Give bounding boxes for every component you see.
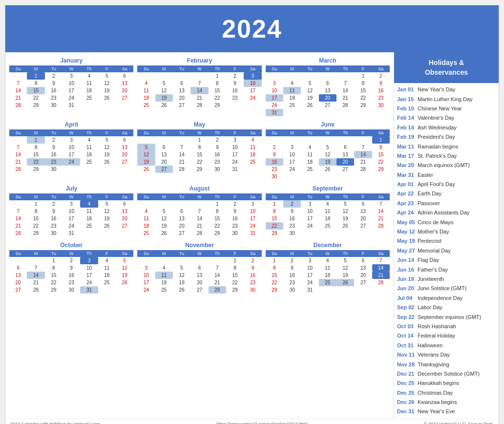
- calendar-day: 3: [226, 136, 244, 144]
- calendar-day: [336, 230, 354, 237]
- calendar-day: 17: [283, 158, 301, 166]
- calendar-day: [336, 286, 354, 294]
- calendar-day: 20: [116, 215, 133, 222]
- calendar-day: [98, 102, 116, 109]
- month-title: February: [137, 57, 261, 64]
- calendar-day: 29: [27, 230, 44, 237]
- sidebar-holiday-item: Feb 14Ash Wednesday: [397, 123, 496, 132]
- calendar-day: [137, 257, 155, 264]
- holiday-name: Mother's Day: [418, 228, 449, 235]
- sidebar-holiday-item: Mar 20March equinox (GMT): [397, 161, 496, 170]
- calendar-day: 19: [336, 272, 354, 279]
- footer-left: 2024 Calendar with Holidays by Vertex42.…: [10, 422, 100, 424]
- calendar-day: 26: [98, 94, 116, 102]
- calendar-day: 10: [244, 208, 261, 215]
- calendar-day: 15: [209, 215, 226, 222]
- calendar-day: 21: [9, 158, 27, 166]
- calendar-day: 23: [283, 222, 301, 230]
- calendar-day: [354, 230, 372, 237]
- calendar-day: 22: [266, 279, 283, 286]
- calendar-day: 23: [266, 166, 283, 173]
- calendar-day: [116, 230, 133, 237]
- holiday-date: Dec 21: [397, 370, 416, 378]
- holiday-date: Feb 10: [397, 105, 416, 112]
- calendar-day: 5: [137, 144, 155, 151]
- calendar-day: [319, 72, 336, 80]
- calendar-day: 1: [266, 200, 283, 208]
- month-july: JulySuMTuWThFSa1234567891011121314151617…: [9, 185, 133, 237]
- holiday-date: Oct 14: [397, 332, 416, 339]
- calendar-day: 18: [319, 272, 336, 279]
- day-header: Sa: [244, 65, 261, 72]
- calendar-day: 10: [63, 208, 80, 215]
- calendar-day: 26: [336, 279, 354, 286]
- calendar-day: 8: [226, 264, 244, 272]
- month-october: OctoberSuMTuWThFSa1234567891011121314151…: [9, 242, 133, 294]
- calendar-day: 13: [354, 264, 372, 272]
- calendar-day: 26: [336, 222, 354, 230]
- calendar-day: 29: [266, 230, 283, 237]
- calendar-day: 13: [354, 208, 372, 215]
- sidebar-holiday-item: Oct 31Halloween: [397, 341, 496, 350]
- calendar-day: 19: [155, 222, 173, 230]
- sidebar-holiday-item: Jun 16Father's Day: [397, 265, 496, 275]
- calendar-day: [155, 200, 173, 208]
- calendar-day: 17: [63, 215, 80, 222]
- month-title: October: [9, 242, 133, 249]
- day-header: F: [226, 129, 244, 136]
- calendar-day: [244, 166, 261, 173]
- calendar-day: 28: [336, 102, 354, 109]
- holiday-date: Mar 17: [397, 152, 416, 160]
- calendar-day: 26: [116, 279, 133, 286]
- calendar-day: 25: [137, 102, 155, 109]
- calendar-day: 2: [45, 200, 63, 208]
- calendar-day: 13: [116, 80, 133, 87]
- holiday-date: Nov 11: [397, 351, 416, 359]
- calendar-day: 22: [266, 222, 283, 230]
- day-header: F: [354, 65, 372, 72]
- sidebar-holiday-item: May 05Cinco de Mayo: [397, 218, 496, 227]
- calendar-day: 17: [63, 151, 80, 158]
- day-header: W: [190, 129, 208, 136]
- sidebar-holiday-item: Oct 03Rosh Hashanah: [397, 322, 496, 331]
- calendar-day: 15: [27, 151, 44, 158]
- day-header: Tu: [173, 129, 190, 136]
- day-header: Tu: [173, 193, 190, 200]
- month-title: December: [266, 242, 390, 249]
- day-header: F: [226, 193, 244, 200]
- day-header: Sa: [372, 129, 390, 136]
- holiday-name: June Solstice (GMT): [418, 285, 466, 292]
- day-header: F: [98, 129, 116, 136]
- calendar-day: 15: [45, 272, 63, 279]
- calendar-day: 1: [27, 136, 44, 144]
- calendar-day: 30: [266, 173, 283, 180]
- calendar-day: 30: [45, 102, 63, 109]
- calendar-day: 24: [266, 102, 283, 109]
- calendar-day: 8: [190, 144, 208, 151]
- day-header: M: [27, 250, 44, 257]
- calendar-day: 12: [98, 208, 116, 215]
- sidebar-holiday-item: Dec 26Kwanzaa begins: [397, 398, 496, 407]
- calendar-day: 15: [27, 87, 44, 94]
- holiday-name: Passover: [418, 200, 440, 207]
- calendar-day: 15: [266, 215, 283, 222]
- calendar-day: 22: [354, 94, 372, 102]
- calendar-day: 17: [244, 215, 261, 222]
- calendar-day: 13: [9, 272, 27, 279]
- calendar-day: 18: [155, 279, 173, 286]
- day-header: Tu: [45, 250, 63, 257]
- month-table: SuMTuWThFSa12345678910111213141516171819…: [137, 129, 261, 173]
- sidebar-holiday-item: Apr 23Passover: [397, 199, 496, 208]
- calendar-day: 9: [266, 151, 283, 158]
- calendar-day: 3: [266, 80, 283, 87]
- calendar-day: [372, 286, 390, 294]
- calendar-day: [336, 109, 354, 116]
- calendar-day: 31: [266, 109, 283, 116]
- calendar-day: 18: [80, 215, 98, 222]
- calendar-day: 19: [98, 151, 116, 158]
- calendar-day: 7: [9, 144, 27, 151]
- holiday-name: Ramadan begins: [418, 143, 458, 150]
- holiday-date: Dec 25: [397, 389, 416, 397]
- day-header: Th: [209, 129, 226, 136]
- holiday-date: Jan 01: [397, 86, 416, 93]
